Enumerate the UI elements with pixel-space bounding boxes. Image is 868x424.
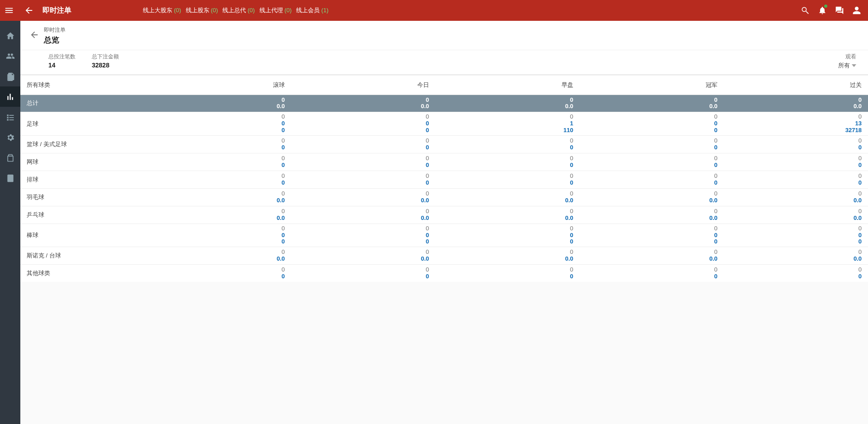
status-shareholder[interactable]: 线上股东 (0) — [186, 6, 218, 14]
status-member[interactable]: 线上会员 (1) — [296, 6, 329, 14]
col-header-live: 滚球 — [147, 76, 291, 95]
row-name[interactable]: 羽毛球 — [20, 188, 147, 206]
page-back-button[interactable] — [27, 27, 42, 43]
cell-value-bottom[interactable]: 0 — [730, 238, 862, 245]
cell-value-mid[interactable]: 0 — [586, 120, 717, 127]
cell-value-mid[interactable]: 0.0 — [586, 215, 717, 222]
cell-value-bottom[interactable]: 0 — [297, 127, 429, 134]
table-row: 棒球000000000000000 — [20, 224, 868, 247]
cell-value-mid[interactable]: 0 — [586, 162, 717, 169]
row-name[interactable]: 篮球 / 美式足球 — [20, 136, 147, 153]
row-name: 总计 — [20, 95, 147, 112]
cell-value-bottom[interactable]: 0 — [442, 238, 573, 245]
cell-value-mid[interactable]: 0 — [153, 232, 285, 239]
view-filter-dropdown[interactable]: 观看 所有 — [838, 53, 856, 70]
notifications-button[interactable] — [814, 0, 831, 21]
cell-value-mid[interactable]: 0 — [297, 273, 429, 280]
cell-value-mid[interactable]: 0 — [297, 144, 429, 151]
row-name[interactable]: 足球 — [20, 112, 147, 136]
row-name[interactable]: 乒乓球 — [20, 206, 147, 224]
status-count: (1) — [321, 7, 329, 14]
list-icon — [6, 113, 15, 122]
cell-value-mid[interactable]: 0 — [586, 180, 717, 186]
view-filter-label: 观看 — [845, 53, 856, 61]
cell-value-mid[interactable]: 0.0 — [442, 197, 573, 204]
cell-value-mid[interactable]: 0 — [297, 180, 429, 186]
cell-value-mid[interactable]: 0.0 — [730, 215, 862, 222]
row-name[interactable]: 斯诺克 / 台球 — [20, 247, 147, 265]
cell-value-mid[interactable]: 0.0 — [442, 256, 573, 262]
cell-value-mid[interactable]: 0 — [730, 144, 862, 151]
account-button[interactable] — [848, 0, 865, 21]
cell-value-bottom[interactable]: 110 — [442, 127, 573, 134]
cell-value-mid[interactable]: 0 — [442, 273, 573, 280]
row-name[interactable]: 其他球类 — [20, 265, 147, 282]
chat-button[interactable] — [831, 0, 848, 21]
cell-value-bottom[interactable]: 0 — [153, 238, 285, 245]
status-agent[interactable]: 线上代理 (0) — [259, 6, 292, 14]
cell-value-mid[interactable]: 13 — [730, 120, 862, 127]
sidebar-item-clipboard[interactable] — [0, 148, 20, 168]
sidebar-item-users[interactable] — [0, 46, 20, 66]
cell-value-mid[interactable]: 0 — [730, 273, 862, 280]
cell-value-top: 0 — [442, 225, 573, 232]
cell-value-mid[interactable]: 0.0 — [297, 215, 429, 222]
row-name[interactable]: 排球 — [20, 171, 147, 188]
cell-value-mid[interactable]: 0.0 — [297, 197, 429, 204]
cell-value-mid[interactable]: 0 — [153, 144, 285, 151]
cell-value-top: 0 — [442, 138, 573, 144]
cell-value-mid[interactable]: 0.0 — [297, 256, 429, 262]
cell-value-mid[interactable]: 0 — [442, 144, 573, 151]
cell-value-mid[interactable]: 0 — [586, 144, 717, 151]
cell-value-bottom[interactable]: 0 — [153, 127, 285, 134]
row-name[interactable]: 棒球 — [20, 224, 147, 247]
cell-value-mid[interactable]: 0.0 — [586, 256, 717, 262]
menu-button[interactable] — [0, 0, 18, 21]
cell-value-mid[interactable]: 0 — [297, 120, 429, 127]
cell-value-mid[interactable]: 0 — [153, 120, 285, 127]
sidebar-item-settings[interactable] — [0, 127, 20, 148]
cell-value-mid[interactable]: 0.0 — [442, 215, 573, 222]
row-name[interactable]: 网球 — [20, 153, 147, 171]
cell-value-mid[interactable]: 0 — [297, 232, 429, 239]
cell-value-mid[interactable]: 0.0 — [730, 197, 862, 204]
cell-value-mid[interactable]: 1 — [442, 120, 573, 127]
cell-value-mid[interactable]: 0 — [730, 232, 862, 239]
sidebar-item-reports[interactable] — [0, 86, 20, 107]
back-button-top[interactable] — [20, 0, 38, 21]
cell-value-mid[interactable]: 0.0 — [586, 197, 717, 204]
sidebar-item-manage[interactable] — [0, 107, 20, 127]
stats-row: 总投注笔数 14 总下注金额 32828 观看 所有 — [20, 50, 868, 74]
cell-value-bottom[interactable]: 0 — [586, 127, 717, 134]
cell-value-mid[interactable]: 0 — [442, 232, 573, 239]
cell-value-mid[interactable]: 0.0 — [730, 256, 862, 262]
cell-value-mid[interactable]: 0.0 — [153, 197, 285, 204]
status-general-agent[interactable]: 线上总代 (0) — [222, 6, 255, 14]
cell-value-mid[interactable]: 0 — [730, 180, 862, 186]
sidebar-item-home[interactable] — [0, 25, 20, 46]
cell-value-mid[interactable]: 0.0 — [153, 256, 285, 262]
cell-value-mid[interactable]: 0 — [153, 180, 285, 186]
sidebar-item-docs[interactable] — [0, 66, 20, 86]
data-cell: 00.0 — [435, 206, 580, 224]
cell-value-bottom[interactable]: 0 — [297, 238, 429, 245]
cell-value-mid[interactable]: 0 — [153, 162, 285, 169]
search-button[interactable] — [797, 0, 814, 21]
cell-value-mid[interactable]: 0 — [586, 273, 717, 280]
cell-value-top: 0 — [730, 173, 862, 180]
status-count: (0) — [211, 7, 218, 14]
status-big-shareholder[interactable]: 线上大股东 (0) — [143, 6, 181, 14]
cell-value-mid[interactable]: 0 — [730, 162, 862, 169]
cell-value-mid[interactable]: 0 — [442, 180, 573, 186]
summary-table: 所有球类 滚球 今日 早盘 冠军 过关 总计00.000.000.000.000… — [20, 76, 868, 282]
sidebar-item-logs[interactable] — [0, 168, 20, 188]
cell-value-bottom[interactable]: 32718 — [730, 127, 862, 134]
cell-value-top: 0 — [153, 97, 285, 104]
cell-value-mid: 0.0 — [153, 103, 285, 110]
cell-value-mid[interactable]: 0.0 — [153, 215, 285, 222]
cell-value-mid[interactable]: 0 — [586, 232, 717, 239]
cell-value-mid[interactable]: 0 — [442, 162, 573, 169]
cell-value-bottom[interactable]: 0 — [586, 238, 717, 245]
cell-value-mid[interactable]: 0 — [153, 273, 285, 280]
cell-value-mid[interactable]: 0 — [297, 162, 429, 169]
